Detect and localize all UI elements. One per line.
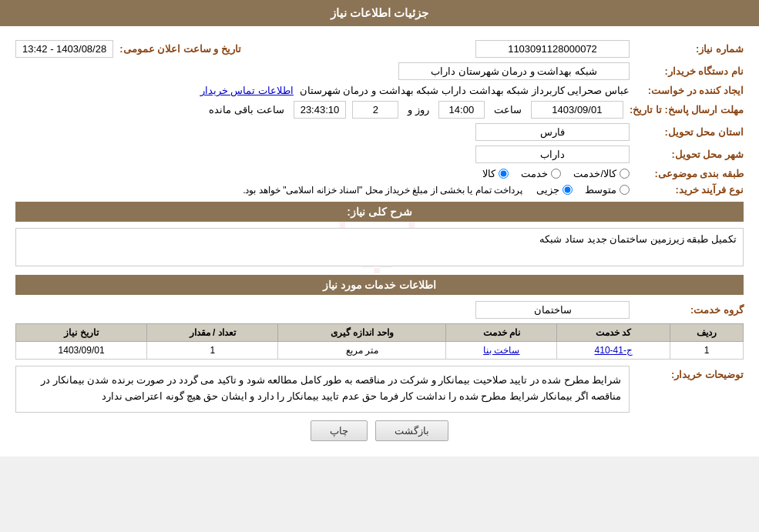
- creator-contact-link[interactable]: اطلاعات تماس خریدار: [200, 85, 294, 96]
- send-date-value: 1403/09/01: [531, 101, 623, 119]
- category-label: طبقه بندی موضوعی:: [636, 168, 744, 179]
- cell-qty: 1: [147, 342, 278, 360]
- category-option-kala[interactable]: کالا: [482, 168, 509, 179]
- cell-code[interactable]: ج-41-410: [557, 342, 670, 360]
- purchase-type-radio-group: متوسط جزیی: [536, 184, 630, 196]
- province-label: استان محل تحویل:: [636, 126, 744, 138]
- creator-name: عباس صحرایی کاربرداز شبکه بهداشت داراب ش…: [300, 85, 630, 96]
- purchase-option-jozi[interactable]: جزیی: [536, 184, 573, 196]
- purchase-option-motavasset[interactable]: متوسط: [585, 184, 630, 196]
- send-remaining-label: ساعت باقی مانده: [209, 104, 284, 115]
- send-days-label: روز و: [408, 104, 429, 115]
- services-header: اطلاعات خدمات مورد نیاز: [15, 275, 744, 295]
- city-label: شهر محل تحویل:: [636, 149, 744, 160]
- creator-label: ایجاد کننده در خواست:: [636, 85, 744, 96]
- send-time-label: ساعت: [494, 104, 522, 115]
- category-option-khadamat[interactable]: خدمت: [521, 168, 561, 179]
- province-value: فارس: [475, 123, 630, 141]
- services-table: ردیف کد خدمت نام خدمت واحد اندازه گیری ت…: [15, 323, 744, 360]
- services-table-section: ردیف کد خدمت نام خدمت واحد اندازه گیری ت…: [15, 323, 744, 360]
- page-header: جزئیات اطلاعات نیاز: [0, 0, 759, 26]
- need-number-label: شماره نیاز:: [636, 43, 744, 55]
- buyer-org-label: نام دستگاه خریدار:: [636, 65, 744, 77]
- city-value: داراب: [475, 146, 630, 163]
- buyer-org-value: شبکه بهداشت و درمان شهرستان داراب: [398, 62, 630, 80]
- category-option-kala-khadamat[interactable]: کالا/خدمت: [573, 168, 630, 179]
- service-group-value: ساختمان: [475, 301, 630, 319]
- back-button[interactable]: بازگشت: [375, 420, 448, 441]
- buyer-notes-text: شرایط مطرح شده در تایید صلاحیت بیمانکار …: [41, 375, 621, 402]
- buyer-notes-box: شرایط مطرح شده در تایید صلاحیت بیمانکار …: [15, 366, 630, 413]
- print-button[interactable]: چاپ: [311, 420, 368, 441]
- col-row: ردیف: [670, 324, 744, 342]
- send-days-value: 2: [352, 101, 398, 119]
- cell-unit: متر مربع: [278, 342, 446, 360]
- purchase-type-label: نوع فرآیند خرید:: [636, 184, 744, 196]
- cell-date: 1403/09/01: [16, 342, 147, 360]
- services-header-text: اطلاعات خدمات مورد نیاز: [323, 279, 437, 291]
- cell-row: 1: [670, 342, 744, 360]
- announcement-date-value: 1403/08/28 - 13:42: [15, 40, 113, 58]
- col-date: تاریخ نیاز: [16, 324, 147, 342]
- col-qty: تعداد / مقدار: [147, 324, 278, 342]
- need-description-label: شرح کلی نیاز:: [347, 206, 411, 218]
- table-row: 1 ج-41-410 ساخت بنا متر مربع 1 1403/09/0…: [16, 342, 744, 360]
- need-number-value: 1103091128000072: [475, 40, 630, 58]
- cell-name[interactable]: ساخت بنا: [446, 342, 557, 360]
- send-date-label: مهلت ارسال پاسخ: تا تاریخ:: [630, 104, 744, 115]
- col-code: کد خدمت: [557, 324, 670, 342]
- send-time-value: 14:00: [438, 101, 485, 119]
- page-title: جزئیات اطلاعات نیاز: [331, 6, 428, 19]
- purchase-note: پرداخت تمام یا بخشی از مبلغ خریداز محل "…: [243, 185, 522, 196]
- col-name: نام خدمت: [446, 324, 557, 342]
- announcement-date-label: تاریخ و ساعت اعلان عمومی:: [119, 43, 241, 55]
- buyer-notes-label: توضیحات خریدار:: [636, 366, 744, 380]
- send-remaining-value: 23:43:10: [294, 101, 347, 119]
- action-buttons: بازگشت چاپ: [15, 420, 744, 441]
- need-description-textarea[interactable]: تکمیل طبقه زیرزمین ساختمان جدید ستاد شبک…: [15, 228, 744, 266]
- category-radio-group: کالا/خدمت خدمت کالا: [482, 168, 630, 179]
- col-unit: واحد اندازه گیری: [278, 324, 446, 342]
- need-description-header: شرح کلی نیاز:: [15, 202, 744, 222]
- service-group-label: گروه خدمت:: [636, 304, 744, 316]
